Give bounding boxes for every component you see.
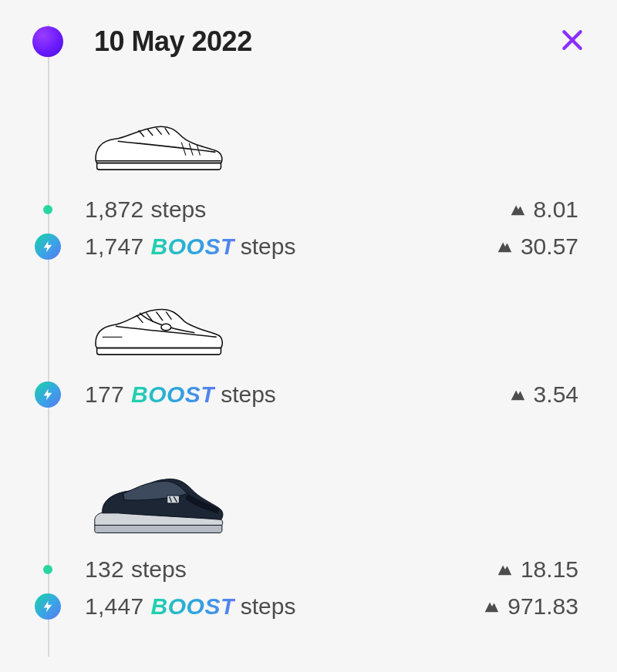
activity-entry: 132 steps 18.15 1,447 BOOST steps (32, 460, 578, 625)
step-suffix: steps (241, 593, 296, 620)
boost-label: BOOST (131, 381, 215, 408)
boost-steps-row: 1,747 BOOST steps 30.57 (32, 228, 578, 265)
activity-entry: 1,872 steps 8.01 1,747 BOOST steps (32, 100, 578, 265)
coin-icon (483, 598, 500, 615)
boost-badge-icon (35, 593, 61, 620)
boost-steps-row: 1,447 BOOST steps 971.83 (32, 588, 578, 625)
step-suffix: steps (131, 556, 187, 583)
steps-row: 1,872 steps 8.01 (32, 191, 578, 228)
close-icon (560, 28, 585, 55)
boost-step-count: 1,447 (85, 593, 144, 620)
boost-steps-row: 177 BOOST steps 3.54 (32, 376, 578, 413)
earning-value: 3.54 (509, 381, 578, 408)
day-bullet (32, 26, 63, 57)
step-suffix: steps (151, 197, 207, 223)
boost-badge-icon (35, 381, 61, 408)
boost-label: BOOST (151, 234, 235, 260)
earning-value: 18.15 (496, 556, 578, 583)
svg-point-2 (161, 324, 171, 331)
activity-entry: 177 BOOST steps 3.54 (32, 285, 578, 413)
earning-value: 30.57 (496, 234, 578, 260)
shoe-image (85, 100, 578, 177)
svg-rect-3 (167, 496, 180, 503)
boost-step-count: 177 (85, 381, 124, 408)
steps-row: 132 steps 18.15 (32, 551, 578, 588)
close-button[interactable] (558, 28, 586, 55)
dot-marker-icon (43, 565, 52, 574)
step-suffix: steps (221, 381, 276, 408)
dot-marker-icon (43, 205, 52, 214)
step-count: 132 (85, 556, 124, 583)
boost-label: BOOST (151, 593, 235, 620)
header: 10 May 2022 (32, 25, 586, 59)
boost-badge-icon (35, 234, 61, 260)
header-left: 10 May 2022 (32, 25, 252, 58)
shoe-image (85, 460, 578, 537)
earning-value: 971.83 (483, 593, 578, 620)
coin-icon (496, 238, 513, 255)
shoe-image (85, 285, 578, 362)
boost-step-count: 1,747 (85, 234, 144, 260)
step-suffix: steps (241, 234, 296, 260)
earning-value: 8.01 (509, 197, 578, 223)
coin-icon (509, 386, 526, 403)
step-count: 1,872 (85, 197, 144, 223)
coin-icon (496, 561, 513, 578)
date-title: 10 May 2022 (94, 25, 252, 58)
coin-icon (509, 201, 526, 218)
